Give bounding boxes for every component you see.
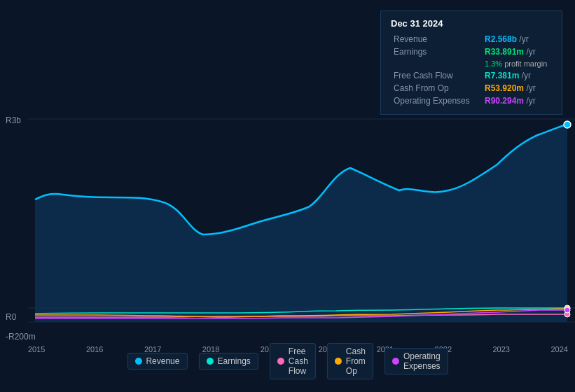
legend-dot bbox=[277, 358, 284, 365]
tooltip-fcf-label: Free Cash Flow bbox=[391, 69, 482, 82]
legend-label: Operating Expenses bbox=[403, 351, 441, 371]
tooltip-cashfromop-label: Cash From Op bbox=[391, 82, 482, 94]
tooltip-table: Revenue R2.568b /yr Earnings R33.891m /y… bbox=[391, 33, 552, 107]
tooltip-margin-row: 1.3% profit margin bbox=[391, 58, 552, 69]
x-label: 2015 bbox=[28, 345, 45, 354]
tooltip-margin-label bbox=[391, 58, 482, 69]
legend-label: Earnings bbox=[217, 356, 250, 366]
legend-label: Revenue bbox=[146, 356, 179, 366]
svg-point-8 bbox=[564, 307, 570, 313]
legend-label: Cash From Op bbox=[346, 346, 366, 376]
y-label-zero: R0 bbox=[6, 312, 16, 322]
legend-item[interactable]: Cash From Op bbox=[327, 343, 373, 379]
legend-item[interactable]: Revenue bbox=[127, 353, 187, 370]
chart-container: R3b R0 -R200m 20152016201720182019202020… bbox=[0, 0, 575, 392]
x-label: 2016 bbox=[86, 345, 103, 354]
tooltip-date: Dec 31 2024 bbox=[391, 18, 552, 29]
tooltip-opex-label: Operating Expenses bbox=[391, 94, 482, 107]
tooltip-earnings-label: Earnings bbox=[391, 46, 482, 58]
tooltip-earnings-value: R33.891m /yr bbox=[482, 46, 552, 58]
y-label-neg: -R200m bbox=[6, 332, 36, 342]
legend-item[interactable]: Earnings bbox=[198, 353, 258, 370]
tooltip-revenue-label: Revenue bbox=[391, 33, 482, 46]
legend: RevenueEarningsFree Cash FlowCash From O… bbox=[127, 343, 448, 379]
tooltip-earnings-row: Earnings R33.891m /yr bbox=[391, 46, 552, 58]
legend-dot bbox=[335, 358, 342, 365]
svg-point-4 bbox=[564, 121, 571, 128]
y-label-top: R3b bbox=[6, 115, 21, 125]
tooltip-margin-value: 1.3% profit margin bbox=[482, 58, 552, 69]
legend-dot bbox=[134, 358, 141, 365]
legend-item[interactable]: Free Cash Flow bbox=[270, 343, 316, 379]
tooltip-revenue-row: Revenue R2.568b /yr bbox=[391, 33, 552, 46]
tooltip-revenue-value: R2.568b /yr bbox=[482, 33, 552, 46]
tooltip-box: Dec 31 2024 Revenue R2.568b /yr Earnings… bbox=[380, 10, 562, 115]
x-label: 2023 bbox=[493, 345, 510, 354]
tooltip-cashfromop-value: R53.920m /yr bbox=[482, 82, 552, 94]
x-label: 2024 bbox=[550, 345, 567, 354]
tooltip-cashfromop-row: Cash From Op R53.920m /yr bbox=[391, 82, 552, 94]
legend-item[interactable]: Operating Expenses bbox=[385, 348, 448, 374]
legend-dot bbox=[206, 358, 213, 365]
tooltip-fcf-value: R7.381m /yr bbox=[482, 69, 552, 82]
legend-label: Free Cash Flow bbox=[289, 346, 308, 376]
tooltip-opex-value: R90.294m /yr bbox=[482, 94, 552, 107]
legend-dot bbox=[392, 358, 399, 365]
tooltip-fcf-row: Free Cash Flow R7.381m /yr bbox=[391, 69, 552, 82]
tooltip-opex-row: Operating Expenses R90.294m /yr bbox=[391, 94, 552, 107]
